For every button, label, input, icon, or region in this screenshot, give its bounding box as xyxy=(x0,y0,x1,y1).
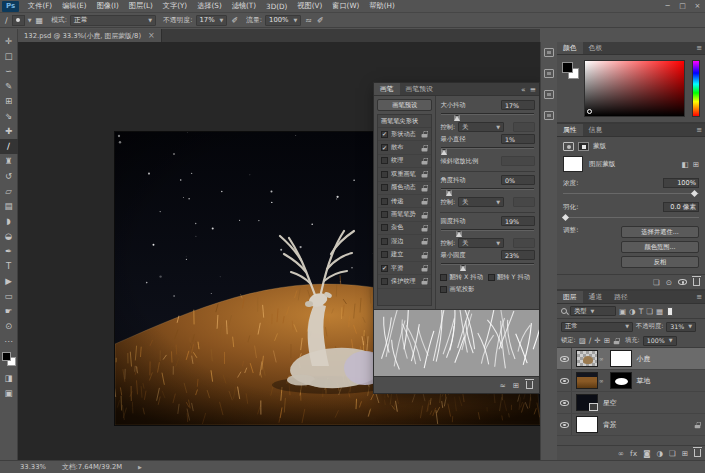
layers-panel-tab-1[interactable]: 通道 xyxy=(583,291,609,303)
menubar-item-3[interactable]: 图层(L) xyxy=(124,1,158,11)
crop-tool[interactable]: ⊞ xyxy=(0,94,18,109)
delete-brush-icon[interactable] xyxy=(526,381,533,389)
brush-presets-button[interactable]: 画笔预设 xyxy=(377,99,432,111)
checkbox-unchecked[interactable] xyxy=(440,286,447,293)
close-button[interactable]: × xyxy=(690,2,705,10)
maximize-button[interactable]: □ xyxy=(675,2,690,10)
menubar-item-0[interactable]: 文件(F) xyxy=(23,1,57,11)
brush-setting-value[interactable]: 19% xyxy=(501,216,535,226)
select-and-mask-button[interactable]: 选择并遮住... xyxy=(621,226,699,238)
add-pixel-mask-icon[interactable]: ◧ xyxy=(682,160,689,169)
slider-thumb[interactable] xyxy=(446,190,452,196)
layers-opacity-select[interactable]: 31%▼ xyxy=(666,322,696,332)
foreground-swatch[interactable] xyxy=(2,352,11,361)
layer-mask-thumbnail[interactable] xyxy=(563,156,583,172)
layer-visibility-cell[interactable] xyxy=(557,414,572,435)
filter-pixel-layers-icon[interactable]: ▣ xyxy=(619,307,626,316)
brush-checkbox-item[interactable]: 翻转 X 抖动 xyxy=(440,273,483,282)
brush-tool-icon[interactable]: ∕ xyxy=(4,16,9,25)
load-selection-icon[interactable]: ❏ xyxy=(653,278,660,287)
color-panel-menu-icon[interactable]: ≡ xyxy=(696,44,702,52)
dodge-tool[interactable]: ◒ xyxy=(0,229,18,244)
properties-panel-tab-0[interactable]: 属性 xyxy=(557,124,583,136)
layers-panel-tab-2[interactable]: 路径 xyxy=(608,291,634,303)
brush-setting-value[interactable]: 0% xyxy=(501,175,535,185)
eraser-tool[interactable]: ▱ xyxy=(0,184,18,199)
type-tool[interactable]: T xyxy=(0,259,18,274)
layer-row-1[interactable]: ∞草地 xyxy=(557,370,705,392)
brush-checkbox-item[interactable]: 翻转 Y 抖动 xyxy=(488,273,530,282)
checkbox-unchecked[interactable] xyxy=(381,211,388,218)
hue-slider[interactable] xyxy=(692,60,700,117)
layer-visibility-cell[interactable] xyxy=(557,370,572,391)
control-select[interactable]: 关▼ xyxy=(458,122,504,132)
quick-selection-tool[interactable]: ✎ xyxy=(0,79,18,94)
eye-icon[interactable] xyxy=(560,422,569,428)
color-saturation-field[interactable] xyxy=(584,60,685,117)
properties-panel-menu-icon[interactable]: ≡ xyxy=(696,126,702,134)
shape-tool[interactable]: ▭ xyxy=(0,289,18,304)
status-options-arrow[interactable]: ▶ xyxy=(138,464,142,470)
hand-tool[interactable]: ☛ xyxy=(0,304,18,319)
menubar-item-5[interactable]: 选择(S) xyxy=(192,1,227,11)
brush-option-row-9[interactable]: 建立 xyxy=(378,249,431,262)
toggle-brush-panel-icon[interactable]: ▦ xyxy=(35,16,45,25)
checkbox-checked[interactable] xyxy=(381,144,388,151)
layer-name[interactable]: 星空 xyxy=(603,398,617,408)
panel-menu-icon[interactable]: ≡ xyxy=(530,85,536,94)
filter-smart-objects-icon[interactable]: ▦ xyxy=(656,307,663,316)
feather-slider[interactable] xyxy=(563,214,699,222)
slider-thumb[interactable] xyxy=(456,231,462,237)
feather-slider-thumb[interactable] xyxy=(562,214,569,221)
move-tool[interactable]: ✛ xyxy=(0,34,18,49)
brush-stroke-toggle-icon[interactable]: ≈ xyxy=(499,381,505,390)
add-layer-mask-icon[interactable]: ◙ xyxy=(643,449,650,458)
brush-option-row-6[interactable]: 画笔笔势 xyxy=(378,208,431,221)
lock-icon[interactable] xyxy=(422,171,428,178)
layer-thumbnail[interactable] xyxy=(576,350,598,367)
layer-filter-toggle[interactable] xyxy=(667,307,673,316)
layers-fill-select[interactable]: 100%▼ xyxy=(643,336,677,346)
collapse-panel-icon[interactable]: « xyxy=(521,85,526,94)
lock-position-icon[interactable]: ✛ xyxy=(594,336,600,345)
brush-option-row-7[interactable]: 杂色 xyxy=(378,222,431,235)
layer-thumbnail[interactable] xyxy=(576,372,598,389)
checkbox-unchecked[interactable] xyxy=(381,184,388,191)
brush-slider-12[interactable] xyxy=(441,228,534,236)
collapsed-panel-icon-1[interactable] xyxy=(544,48,554,57)
invert-button[interactable]: 反相 xyxy=(621,256,699,268)
pressure-opacity-icon[interactable]: ✐ xyxy=(230,16,239,25)
density-slider[interactable] xyxy=(563,190,699,198)
checkbox-unchecked[interactable] xyxy=(381,224,388,231)
lock-icon[interactable] xyxy=(422,144,428,151)
menubar-item-1[interactable]: 编辑(E) xyxy=(57,1,92,11)
eye-icon[interactable] xyxy=(560,378,569,384)
layer-visibility-cell[interactable] xyxy=(557,348,572,369)
lock-transparency-icon[interactable]: ▨ xyxy=(579,336,586,345)
minimize-button[interactable]: ─ xyxy=(660,2,675,10)
eyedropper-tool[interactable]: ⇘ xyxy=(0,109,18,124)
layer-effects-icon[interactable]: fx xyxy=(630,449,637,458)
create-new-brush-icon[interactable]: ⊞ xyxy=(513,381,519,390)
slider-thumb[interactable] xyxy=(454,115,460,121)
brush-option-row-5[interactable]: 传递 xyxy=(378,195,431,208)
apply-mask-icon[interactable]: ⊙ xyxy=(666,278,672,287)
eye-icon[interactable] xyxy=(560,356,569,362)
brush-checkbox-item[interactable]: 画笔投影 xyxy=(440,285,474,294)
tools-ellipsis-icon[interactable]: ⋯ xyxy=(0,334,18,349)
lock-icon[interactable] xyxy=(422,251,428,258)
gradient-tool[interactable]: ▤ xyxy=(0,199,18,214)
filter-shape-layers-icon[interactable]: ❏ xyxy=(646,307,653,316)
color-panel-tab-1[interactable]: 色板 xyxy=(583,42,609,54)
zoom-level[interactable]: 33.33% xyxy=(20,463,46,471)
layer-row-2[interactable]: 星空 xyxy=(557,392,705,414)
control-select[interactable]: 关▼ xyxy=(458,197,504,207)
quick-mask-icon[interactable]: ◨ xyxy=(0,371,18,386)
path-selection-tool[interactable]: ▶ xyxy=(0,274,18,289)
pressure-size-icon[interactable]: ✐ xyxy=(316,16,325,25)
lock-icon[interactable] xyxy=(422,225,428,232)
layer-thumbnail[interactable] xyxy=(576,394,598,411)
brush-tip-shape-item[interactable]: 画笔笔尖形状 xyxy=(378,115,431,128)
layer-row-0[interactable]: ∞小鹿 xyxy=(557,348,705,370)
checkbox-checked[interactable] xyxy=(381,131,388,138)
